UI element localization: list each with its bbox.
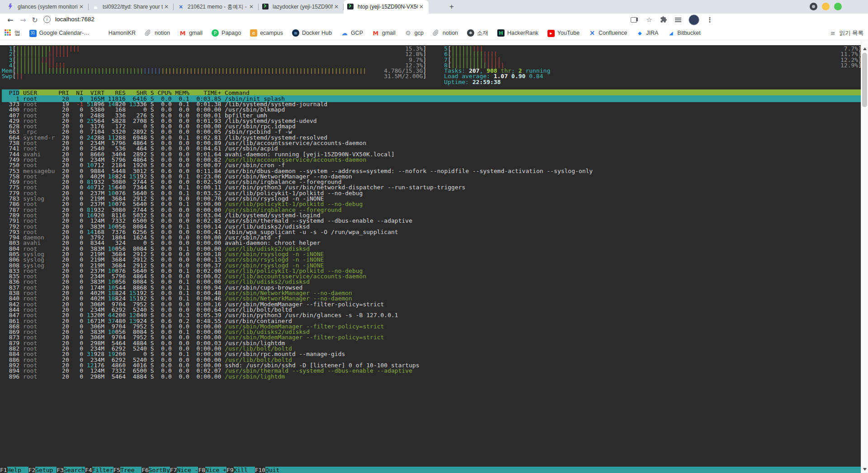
bookmark-confluence[interactable]: ×Confluence — [589, 29, 627, 37]
terminal-icon — [262, 3, 269, 10]
google-calendar-icon: 31 — [29, 29, 37, 37]
bookmark-hackerrank[interactable]: HHackerRank — [497, 29, 538, 37]
bookmark-gcp[interactable]: ☁GCP — [341, 29, 363, 37]
bookmark-label: JIRA — [646, 30, 658, 36]
reading-list-button[interactable]: ≡ 읽기 목록 — [830, 26, 863, 40]
bookmark-label: Google Calendar-… — [39, 30, 90, 36]
hackerrank-icon: H — [497, 29, 505, 37]
page-info-icon[interactable]: i — [43, 16, 51, 23]
minimize-button[interactable] — [822, 3, 830, 10]
tab-label: lazydocker (yeji-15ZD90N-VX — [273, 4, 333, 10]
tab-close-icon[interactable]: ✕ — [163, 3, 170, 10]
forward-button[interactable]: → — [17, 14, 29, 26]
bookmark-youtube[interactable]: ▶YouTube — [547, 29, 580, 37]
glances-icon — [7, 3, 14, 10]
url-text[interactable]: localhost:7682 — [55, 16, 94, 23]
bookmark-google-calendar-[interactable]: 31Google Calendar-… — [29, 29, 90, 37]
fkey-f3[interactable]: F3Search — [57, 467, 85, 473]
bookmark-notion[interactable]: notion — [433, 29, 458, 37]
bookmark-docker-hub[interactable]: ≋Docker Hub — [292, 29, 332, 37]
side-panel-icon[interactable] — [631, 16, 639, 24]
uptime-row: Uptime: 22:59:38 — [2, 80, 861, 85]
new-tab-button[interactable]: + — [446, 1, 458, 13]
tab-label: 210621 memo - 홍예지 - IVS- — [188, 3, 248, 11]
bookmark-ecampus[interactable]: eecampus — [250, 29, 283, 37]
bookmark-label: ecampus — [260, 30, 283, 36]
fkey-f1[interactable]: F1Help — [0, 467, 28, 473]
bookmark-label: Confluence — [599, 30, 627, 36]
reading-list-menu-icon[interactable] — [674, 16, 682, 24]
scrollbar-thumb[interactable] — [862, 53, 867, 107]
bookmark-label: gcp — [415, 30, 424, 36]
tab-close-icon[interactable]: ✕ — [418, 3, 425, 10]
tab-close-icon[interactable]: ✕ — [78, 3, 85, 10]
tab-4[interactable]: lazydocker (yeji-15ZD90N-VX✕ — [259, 0, 344, 14]
bookmark-label: HackerRank — [507, 30, 538, 36]
bookmark-gcp[interactable]: ⚙gcp — [405, 29, 424, 37]
fkey-f5[interactable]: F5Tree — [113, 467, 142, 473]
gcp-cloud-icon: ☁ — [341, 29, 348, 37]
reading-list-label: 읽기 목록 — [840, 29, 863, 37]
reload-button[interactable]: ↻ — [29, 14, 41, 26]
tab-1[interactable]: glances (system monitoring t✕ — [4, 0, 89, 14]
scroll-up-icon[interactable] — [863, 47, 867, 50]
bookmark-papago[interactable]: PPapago — [212, 29, 241, 37]
tab-5[interactable]: htop (yeji-15ZD90N-VX50K)✕ — [344, 0, 429, 14]
paperclip-icon — [433, 29, 440, 37]
docker-hub-icon: ≋ — [292, 29, 299, 37]
record-indicator-icon[interactable] — [810, 3, 817, 10]
scroll-down-icon[interactable] — [863, 468, 867, 471]
page-area: 1[|||||||||||||||||| 15.3%] 5[||||||||| — [0, 40, 868, 473]
apps-grid-icon — [5, 29, 12, 37]
confluence-icon: × — [589, 29, 596, 37]
fkey-f9[interactable]: F9Kill — [226, 467, 255, 473]
window-controls — [810, 3, 842, 10]
tab-label: htop (yeji-15ZD90N-VX50K) — [358, 4, 418, 10]
bookmark-label: YouTube — [557, 30, 580, 36]
back-button[interactable]: ← — [5, 14, 16, 26]
fkey-f2[interactable]: F2Setup — [28, 467, 57, 473]
process-row[interactable]: 896 root 20 0 298M 5464 4884 S 0.0 0.0 0… — [2, 374, 861, 379]
fkey-f7[interactable]: F7Nice - — [170, 467, 198, 473]
tab-close-icon[interactable]: ✕ — [333, 3, 340, 10]
bookmark-hamonikr[interactable]: HamoniKR — [99, 29, 136, 37]
tab-3[interactable]: ×210621 memo - 홍예지 - IVS-✕ — [174, 0, 259, 14]
htop-function-key-bar: F1Help F2Setup F3SearchF4FilterF5Tree F6… — [0, 467, 861, 473]
bookmark-label: HamoniKR — [108, 30, 136, 36]
extensions-puzzle-icon[interactable] — [660, 16, 668, 24]
bookmark-label: 앱 — [14, 29, 20, 37]
profile-avatar[interactable] — [689, 14, 699, 25]
fkey-f6[interactable]: F6SortBy — [142, 467, 170, 473]
maximize-button[interactable] — [834, 3, 842, 10]
github-icon — [92, 3, 99, 10]
bookmark-notion[interactable]: notion — [145, 29, 170, 37]
bookmark-소재[interactable]: ✱소재 — [467, 29, 488, 37]
reading-list-icon: ≡ — [830, 29, 837, 37]
gmail-icon: M — [372, 29, 379, 37]
site-globe-icon: ✱ — [467, 29, 474, 37]
fkey-f4[interactable]: F4Filter — [85, 467, 113, 473]
fkey-f10[interactable]: F10Quit — [255, 467, 287, 473]
bookmark-gmail[interactable]: Mgmail — [372, 29, 396, 37]
page-scrollbar[interactable] — [861, 40, 868, 473]
fkey-f8[interactable]: F8Nice + — [198, 467, 226, 473]
bookmark-label: GCP — [351, 30, 363, 36]
tab-close-icon[interactable]: ✕ — [248, 3, 255, 10]
browser-menu-icon[interactable]: ⋮ — [706, 16, 714, 24]
tab-2[interactable]: tsl0922/ttyd: Share your term✕ — [89, 0, 174, 14]
bookmark-jira[interactable]: ◆JIRA — [636, 29, 658, 37]
github-icon — [99, 29, 106, 37]
bookmark-앱[interactable]: 앱 — [5, 29, 20, 37]
bookmark-star-icon[interactable]: ☆ — [645, 16, 653, 24]
youtube-icon: ▶ — [547, 29, 555, 37]
wiki-x-icon: × — [177, 3, 184, 10]
bookmark-gmail[interactable]: Mgmail — [179, 29, 203, 37]
bookmark-bitbucket[interactable]: ◢Bitbucket — [667, 29, 700, 37]
bookmark-label: gmail — [382, 30, 396, 36]
gmail-icon: M — [179, 29, 186, 37]
bookmark-label: 소재 — [477, 29, 488, 37]
gear-icon: ⚙ — [405, 29, 412, 37]
bookmark-label: Papago — [222, 30, 241, 36]
bookmark-label: notion — [443, 30, 458, 36]
htop-terminal[interactable]: 1[|||||||||||||||||| 15.3%] 5[||||||||| — [0, 45, 861, 473]
